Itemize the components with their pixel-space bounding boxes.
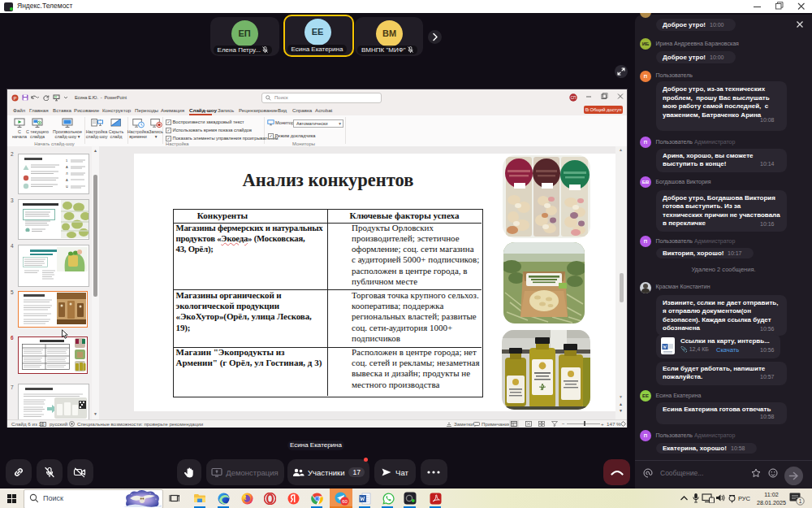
svg-text:1: 1 [66,158,68,163]
svg-text:А: А [66,178,68,182]
svg-text:60: 60 [342,499,348,504]
svg-text:1: 1 [799,498,802,504]
svg-text:Ч: Ч [66,185,68,189]
svg-text:СП: СП [571,96,576,100]
svg-text:Л: Л [66,172,68,176]
svg-text:А: А [66,165,68,169]
svg-text:P: P [13,96,16,101]
